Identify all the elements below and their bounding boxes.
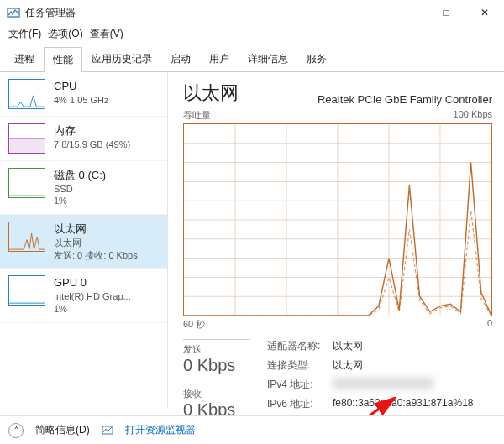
x-start-label: 60 秒 bbox=[183, 318, 205, 331]
fewer-details-link[interactable]: 简略信息(D) bbox=[35, 423, 90, 437]
tab-services[interactable]: 服务 bbox=[297, 46, 336, 71]
sidebar: CPU 4% 1.05 GHz 内存 7.8/15.9 GB (49%) 磁盘 … bbox=[0, 72, 168, 408]
menu-file[interactable]: 文件(F) bbox=[7, 25, 43, 43]
sidebar-text: 以太网 以太网 发送: 0 接收: 0 Kbps bbox=[54, 222, 138, 261]
sidebar-sub: SSD bbox=[54, 183, 106, 196]
menu-options[interactable]: 选项(O) bbox=[46, 25, 84, 43]
fewer-details-chevron-icon[interactable]: ˄ bbox=[8, 423, 24, 438]
ipv6-key: IPv6 地址: bbox=[267, 397, 333, 411]
mini-chart-memory bbox=[8, 123, 45, 154]
window-title: 任务管理器 bbox=[25, 6, 388, 20]
sidebar-item-ethernet[interactable]: 以太网 以太网 发送: 0 接收: 0 Kbps bbox=[0, 215, 167, 269]
svg-rect-1 bbox=[9, 138, 45, 153]
menu-view[interactable]: 查看(V) bbox=[88, 25, 125, 43]
sidebar-sub2: 1% bbox=[54, 195, 106, 207]
page-title: 以太网 bbox=[183, 81, 239, 106]
adapter-val: 以太网 bbox=[333, 339, 473, 353]
mini-chart-disk bbox=[8, 168, 45, 198]
scale-label: 100 Kbps bbox=[454, 109, 492, 122]
sidebar-title: 内存 bbox=[54, 123, 130, 138]
adapter-key: 适配器名称: bbox=[267, 339, 333, 353]
minimize-button[interactable]: — bbox=[388, 0, 427, 25]
ipv4-val bbox=[333, 378, 433, 389]
resource-monitor-icon bbox=[102, 425, 113, 436]
sidebar-title: 磁盘 0 (C:) bbox=[54, 168, 106, 183]
sidebar-text: 磁盘 0 (C:) SSD 1% bbox=[54, 168, 106, 207]
sidebar-title: CPU bbox=[54, 79, 108, 94]
sidebar-sub: 7.8/15.9 GB (49%) bbox=[54, 138, 130, 151]
main-panel: 以太网 Realtek PCIe GbE Family Controller 吞… bbox=[168, 72, 504, 408]
sidebar-sub2: 发送: 0 接收: 0 Kbps bbox=[54, 249, 138, 262]
send-label: 发送 bbox=[183, 339, 250, 356]
titlebar: 任务管理器 — □ ✕ bbox=[0, 0, 504, 25]
tab-users[interactable]: 用户 bbox=[200, 46, 239, 71]
window-buttons: — □ ✕ bbox=[388, 0, 504, 25]
sidebar-item-disk[interactable]: 磁盘 0 (C:) SSD 1% bbox=[0, 161, 167, 215]
tab-processes[interactable]: 进程 bbox=[5, 46, 44, 71]
sidebar-item-gpu[interactable]: GPU 0 Intel(R) HD Grap... 1% bbox=[0, 269, 167, 322]
mini-chart-ethernet bbox=[8, 222, 45, 252]
mini-chart-cpu bbox=[8, 79, 45, 109]
menubar: 文件(F) 选项(O) 查看(V) bbox=[0, 25, 504, 46]
chart-bottom-labels: 60 秒 0 bbox=[183, 318, 492, 331]
send-value: 0 Kbps bbox=[183, 356, 250, 375]
tab-app-history[interactable]: 应用历史记录 bbox=[82, 46, 161, 71]
tab-performance[interactable]: 性能 bbox=[44, 47, 82, 72]
sidebar-title: 以太网 bbox=[54, 222, 138, 237]
sidebar-item-cpu[interactable]: CPU 4% 1.05 GHz bbox=[0, 72, 167, 117]
open-resource-monitor-link[interactable]: 打开资源监视器 bbox=[125, 423, 196, 437]
close-button[interactable]: ✕ bbox=[465, 0, 504, 25]
ipv4-key: IPv4 地址: bbox=[267, 378, 333, 392]
body: CPU 4% 1.05 GHz 内存 7.8/15.9 GB (49%) 磁盘 … bbox=[0, 72, 504, 408]
sidebar-text: 内存 7.8/15.9 GB (49%) bbox=[54, 123, 130, 150]
throughput-label: 吞吐量 bbox=[183, 109, 211, 122]
conn-key: 连接类型: bbox=[267, 358, 333, 373]
app-icon bbox=[7, 6, 20, 19]
sidebar-sub: 以太网 bbox=[54, 237, 138, 249]
sidebar-text: CPU 4% 1.05 GHz bbox=[54, 79, 108, 106]
conn-val: 以太网 bbox=[333, 358, 473, 373]
sidebar-item-memory[interactable]: 内存 7.8/15.9 GB (49%) bbox=[0, 117, 167, 161]
main-header: 以太网 Realtek PCIe GbE Family Controller bbox=[183, 81, 492, 106]
tab-startup[interactable]: 启动 bbox=[161, 46, 200, 71]
throughput-chart[interactable] bbox=[183, 123, 492, 316]
x-end-label: 0 bbox=[487, 318, 492, 331]
sidebar-sub: 4% 1.05 GHz bbox=[54, 94, 108, 107]
recv-rate: 接收 0 Kbps bbox=[183, 384, 250, 420]
chart-top-labels: 吞吐量 100 Kbps bbox=[183, 109, 492, 122]
sidebar-text: GPU 0 Intel(R) HD Grap... 1% bbox=[54, 275, 131, 315]
recv-label: 接收 bbox=[183, 384, 250, 400]
statusbar: ˄ 简略信息(D) 打开资源监视器 bbox=[0, 415, 504, 444]
adapter-name-header: Realtek PCIe GbE Family Controller bbox=[318, 93, 492, 106]
maximize-button[interactable]: □ bbox=[427, 0, 465, 25]
ipv6-val: fe80::3a62:efa0:a931:871a%18 bbox=[333, 397, 473, 411]
tabstrip: 进程 性能 应用历史记录 启动 用户 详细信息 服务 bbox=[0, 46, 504, 72]
send-rate: 发送 0 Kbps bbox=[183, 339, 250, 375]
tab-details[interactable]: 详细信息 bbox=[239, 46, 297, 71]
sidebar-sub2: 1% bbox=[54, 303, 131, 316]
sidebar-title: GPU 0 bbox=[54, 275, 131, 290]
mini-chart-gpu bbox=[8, 275, 45, 306]
sidebar-sub: Intel(R) HD Grap... bbox=[54, 290, 131, 303]
